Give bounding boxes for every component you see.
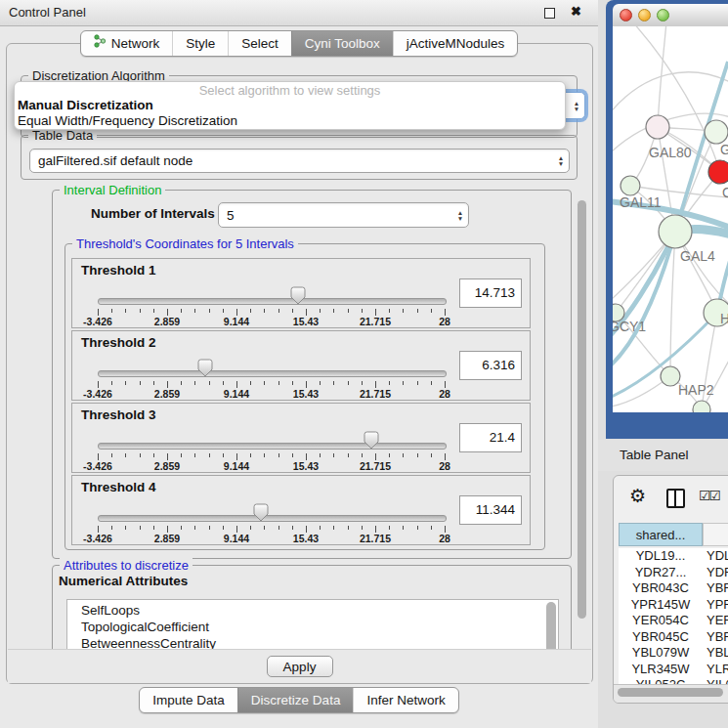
threshold-3-slider-track[interactable]: [98, 443, 447, 450]
tick: [167, 453, 168, 460]
column-header-0[interactable]: shared...: [619, 523, 703, 546]
threshold-2-slider-thumb[interactable]: [197, 359, 213, 377]
threshold-3-value-field[interactable]: 21.4: [459, 423, 522, 452]
close-traffic-light-icon[interactable]: [620, 9, 632, 21]
tick: [292, 453, 293, 457]
tick: [348, 309, 349, 313]
tab-discretize-data[interactable]: Discretize Data: [237, 688, 354, 712]
table-cell[interactable]: YBL079W: [619, 645, 703, 662]
threshold-4-slider-thumb[interactable]: [253, 503, 269, 522]
node-GAL4[interactable]: [659, 215, 692, 248]
panel-scrollbar[interactable]: [578, 200, 586, 619]
tick: [153, 381, 154, 385]
tab-select[interactable]: Select: [228, 31, 291, 56]
threshold-1-value-field[interactable]: 14.713: [459, 278, 522, 308]
table-cell[interactable]: YBR043C: [619, 580, 703, 597]
node-bottom[interactable]: [693, 401, 710, 412]
tick-label: 28: [439, 460, 450, 472]
algorithm-dropdown-popup: Select algorithm to view settings Manual…: [14, 81, 566, 130]
network-window-titlebar[interactable]: [613, 4, 728, 26]
attribute-item[interactable]: SelfLoops: [67, 602, 558, 619]
attribute-item[interactable]: BetweennessCentrality: [67, 635, 558, 650]
table-hscrollbar-thumb[interactable]: [618, 688, 723, 697]
node-top-right[interactable]: [705, 120, 728, 144]
threshold-1-slider-thumb[interactable]: [290, 286, 306, 305]
tab-network[interactable]: Network: [81, 31, 173, 56]
zoom-traffic-light-icon[interactable]: [657, 9, 669, 21]
tick: [111, 526, 112, 530]
tab-infer-network[interactable]: Infer Network: [353, 688, 457, 712]
float-window-icon[interactable]: [544, 8, 555, 19]
table-cell[interactable]: YLR3: [703, 662, 728, 678]
table-cell[interactable]: YDR27...: [619, 565, 703, 581]
node-HAP2[interactable]: [661, 366, 680, 386]
numerical-attributes-list[interactable]: SelfLoopsTopologicalCoefficientBetweenne…: [66, 599, 559, 650]
columns-icon[interactable]: [666, 489, 685, 508]
tick-label: 15.43: [293, 533, 319, 544]
threshold-3-slider-thumb[interactable]: [364, 431, 379, 450]
top-tab-bar: NetworkStyleSelectCyni ToolboxjActiveMNo…: [0, 30, 598, 57]
node-label: C: [722, 185, 728, 200]
threshold-2-slider-track[interactable]: [98, 370, 447, 377]
network-canvas[interactable]: GAL80GACGAL11GAL4GCY1HHAP2: [613, 26, 728, 412]
tab-label: Select: [241, 31, 278, 56]
table-cell[interactable]: YBL0: [703, 645, 728, 662]
table-cell[interactable]: YPR145W: [619, 597, 703, 614]
table-cell[interactable]: YLR345W: [619, 662, 703, 678]
table-hscrollbar[interactable]: [614, 684, 728, 704]
tick: [264, 453, 265, 457]
attributes-scrollbar[interactable]: [546, 602, 556, 650]
table-cell[interactable]: YER0: [703, 613, 728, 629]
node-label: H: [720, 311, 728, 326]
tick: [236, 526, 237, 533]
tab-cyni-toolbox[interactable]: Cyni Toolbox: [291, 31, 393, 56]
tick: [417, 526, 418, 530]
tab-style[interactable]: Style: [172, 31, 228, 56]
tick: [375, 381, 376, 388]
attribute-item[interactable]: TopologicalCoefficient: [67, 619, 558, 635]
tab-group: NetworkStyleSelectCyni ToolboxjActiveMNo…: [80, 30, 519, 57]
table-cell[interactable]: YDR2: [703, 565, 728, 581]
checkboxes-icon[interactable]: ☑☑: [699, 488, 719, 503]
threshold-4-slider-track[interactable]: [98, 515, 447, 522]
close-icon[interactable]: ✖: [571, 4, 581, 19]
table-cell[interactable]: YBR0: [703, 580, 728, 597]
node-GAL11[interactable]: [621, 176, 640, 195]
threshold-label: Threshold 1: [81, 263, 156, 278]
gear-icon[interactable]: ⚙: [629, 485, 646, 507]
minimize-traffic-light-icon[interactable]: [638, 9, 651, 21]
combo-stepper-icon[interactable]: ▲▼: [553, 155, 569, 166]
table-data-combo[interactable]: galFiltered.sif default node ▲▼: [29, 149, 570, 173]
algorithm-option[interactable]: Equal Width/Frequency Discretization: [15, 113, 565, 129]
table-cell[interactable]: YDL19...: [619, 548, 703, 565]
node-pink[interactable]: [646, 115, 669, 139]
threshold-1-panel: Threshold 1-3.4262.8599.14415.4321.71528…: [71, 258, 531, 328]
table-cell[interactable]: YDL1: [703, 548, 728, 565]
table-cell[interactable]: YPR1: [703, 597, 728, 614]
column-header-1[interactable]: n: [703, 523, 728, 546]
threshold-4-value-field[interactable]: 11.344: [459, 495, 522, 525]
table-panel-title: Table Panel: [620, 448, 689, 462]
combo-stepper-icon[interactable]: ▲▼: [452, 210, 468, 221]
tick-label: -3.426: [83, 533, 112, 544]
tick-label: 21.715: [360, 388, 391, 400]
settings-scroll-area: Interval Definition Number of Intervals …: [11, 183, 589, 650]
tick: [348, 453, 349, 457]
number-of-intervals-combo[interactable]: 5 ▲▼: [218, 202, 469, 228]
tab-label: Infer Network: [366, 688, 445, 712]
table-data-combo-value: galFiltered.sif default node: [30, 153, 553, 168]
combo-stepper-icon[interactable]: ▲▼: [569, 101, 584, 111]
tick: [153, 453, 154, 457]
apply-button[interactable]: Apply: [267, 656, 333, 677]
tick: [98, 309, 99, 316]
node-red[interactable]: [708, 160, 728, 184]
tab-jactivemnodules[interactable]: jActiveMNodules: [393, 31, 518, 56]
table-cell[interactable]: YER054C: [619, 613, 703, 629]
numerical-attributes-label: Numerical Attributes: [59, 574, 188, 588]
threshold-2-value-field[interactable]: 6.316: [459, 351, 522, 380]
table-cell[interactable]: YBR045C: [619, 629, 703, 646]
algorithm-option[interactable]: Manual Discretization: [15, 98, 565, 113]
table-cell[interactable]: YBR0: [703, 629, 728, 646]
threshold-1-slider-track[interactable]: [98, 298, 447, 305]
tab-impute-data[interactable]: Impute Data: [140, 688, 237, 712]
